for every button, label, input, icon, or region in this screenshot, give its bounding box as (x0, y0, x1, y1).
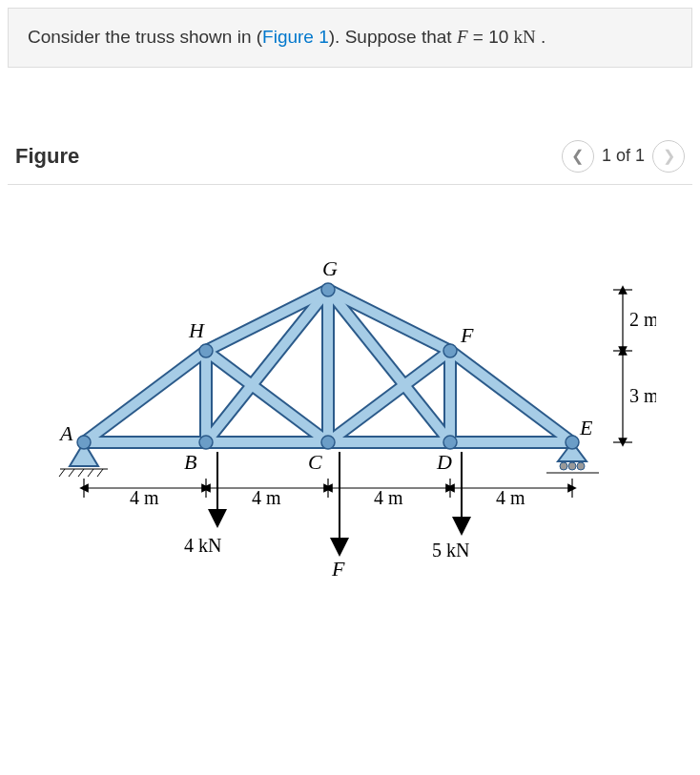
chevron-right-icon: ❯ (663, 147, 675, 165)
svg-point-47 (199, 344, 213, 357)
problem-var: F (457, 27, 468, 47)
svg-point-9 (568, 462, 576, 470)
svg-point-44 (321, 436, 335, 449)
truss-diagram: A B C D E H G F 2 m 3 m (8, 185, 692, 642)
dim-spans: 4 m 4 m 4 m 4 m (84, 479, 572, 508)
next-button[interactable]: ❯ (652, 140, 685, 173)
svg-point-45 (443, 436, 457, 449)
svg-line-5 (88, 469, 93, 477)
dim-span1: 4 m (130, 487, 159, 508)
svg-point-8 (560, 462, 567, 470)
dim-2m: 2 m (629, 309, 656, 330)
dim-span4: 4 m (496, 487, 525, 508)
load-B-text: 4 kN (184, 535, 221, 556)
figure-link[interactable]: Figure 1 (262, 27, 329, 47)
svg-point-46 (566, 436, 579, 449)
truss-members-inner (84, 290, 572, 442)
problem-eq: = 10 (468, 27, 514, 47)
svg-line-6 (97, 469, 103, 477)
figure-nav: ❮ 1 of 1 ❯ (562, 140, 685, 173)
dim-span3: 4 m (374, 487, 403, 508)
problem-statement: Consider the truss shown in (Figure 1). … (8, 8, 692, 68)
svg-point-10 (577, 462, 585, 470)
label-C: C (308, 450, 322, 474)
problem-unit: kN (514, 27, 536, 47)
chevron-left-icon: ❮ (571, 147, 584, 165)
svg-point-48 (321, 283, 335, 296)
dim-heights: 2 m 3 m (613, 290, 656, 442)
svg-line-34 (450, 351, 572, 442)
problem-suffix: . (536, 27, 546, 47)
svg-point-42 (77, 436, 91, 449)
label-B: B (184, 450, 196, 474)
load-D-text: 5 kN (432, 540, 469, 561)
dim-3m: 3 m (629, 385, 656, 406)
page-indicator: 1 of 1 (602, 146, 645, 166)
prev-button[interactable]: ❮ (562, 140, 594, 173)
problem-prefix: Consider the truss shown in ( (28, 27, 262, 47)
label-F-node: F (460, 323, 474, 347)
svg-point-43 (199, 436, 213, 449)
svg-line-31 (84, 351, 206, 442)
load-C-text: F (331, 557, 345, 581)
svg-line-4 (78, 469, 84, 477)
load-C: F (331, 452, 345, 581)
svg-point-49 (443, 344, 457, 357)
label-D: D (436, 450, 452, 474)
svg-line-2 (59, 469, 65, 477)
svg-line-3 (69, 469, 74, 477)
label-E: E (579, 416, 593, 439)
label-G: G (322, 256, 338, 280)
figure-scroll-area[interactable]: A B C D E H G F 2 m 3 m (8, 185, 692, 642)
figure-title: Figure (15, 144, 79, 169)
label-A: A (58, 421, 73, 445)
dim-span2: 4 m (252, 487, 281, 508)
label-H: H (188, 318, 205, 342)
figure-header: Figure ❮ 1 of 1 ❯ (8, 125, 692, 185)
problem-mid: ). Suppose that (329, 27, 457, 47)
